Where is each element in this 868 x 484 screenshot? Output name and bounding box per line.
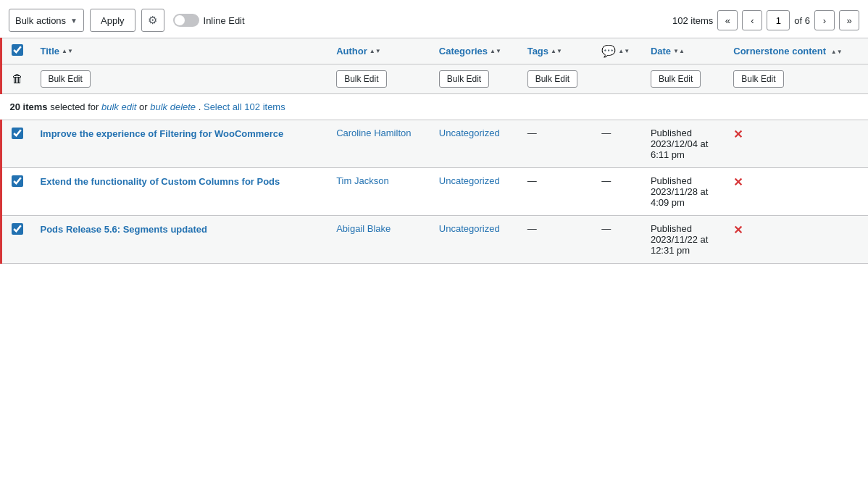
bulk-actions-dropdown[interactable]: Bulk actions ▼	[9, 9, 84, 32]
cornerstone-x-icon-1: ✕	[733, 128, 743, 141]
row-tags-1: —	[520, 120, 595, 168]
post-title-link-1[interactable]: Improve the experience of Filtering for …	[41, 128, 284, 139]
category-link-3[interactable]: Uncategorized	[439, 223, 500, 234]
header-checkbox-cell	[1, 38, 33, 64]
bulk-delete-link[interactable]: bulk delete	[150, 101, 196, 112]
title-sort-link[interactable]: Title ▲▼	[41, 46, 73, 57]
categories-sort-link[interactable]: Categories ▲▼	[439, 46, 501, 57]
row-tags-3: —	[520, 216, 595, 264]
gear-button[interactable]: ⚙	[141, 9, 164, 32]
cornerstone-x-icon-3: ✕	[733, 224, 743, 236]
category-link-1[interactable]: Uncategorized	[439, 128, 500, 138]
date-sort-link[interactable]: Date ▼▲	[651, 46, 685, 57]
bulk-edit-cornerstone-button[interactable]: Bulk Edit	[733, 70, 783, 88]
nav-last-button[interactable]: »	[839, 10, 859, 30]
or-text: or	[139, 101, 150, 112]
row-date-2: Published2023/11/28 at4:09 pm	[643, 168, 726, 216]
date-sort-icon: ▼▲	[673, 49, 685, 54]
col-header-title: Title ▲▼	[33, 38, 330, 64]
bulk-edit-comments-cell	[594, 64, 643, 94]
bulk-edit-categories-button[interactable]: Bulk Edit	[439, 70, 489, 88]
categories-sort-icon: ▲▼	[490, 49, 501, 54]
bulk-edit-tags-cell: Bulk Edit	[520, 64, 595, 94]
cornerstone-x-icon-2: ✕	[733, 176, 743, 188]
row-categories-1: Uncategorized	[432, 120, 520, 168]
category-link-2[interactable]: Uncategorized	[439, 175, 500, 186]
row-date-1: Published2023/12/04 at6:11 pm	[643, 120, 726, 168]
row-author-1: Caroline Hamilton	[329, 120, 432, 168]
author-link-2[interactable]: Tim Jackson	[336, 175, 388, 186]
row-author-2: Tim Jackson	[329, 168, 432, 216]
row-checkbox-2[interactable]	[12, 175, 23, 187]
delete-cell: 🗑	[1, 64, 33, 94]
inline-edit-label: Inline Edit	[204, 15, 245, 26]
nav-prev-button[interactable]: ‹	[742, 10, 762, 30]
col-header-date: Date ▼▲	[643, 38, 726, 64]
bulk-edit-tags-button[interactable]: Bulk Edit	[527, 70, 577, 88]
col-header-categories: Categories ▲▼	[432, 38, 520, 64]
col-header-author: Author ▲▼	[329, 38, 432, 64]
row-author-3: Abigail Blake	[329, 216, 432, 264]
apply-button[interactable]: Apply	[90, 9, 135, 32]
nav-first-button[interactable]: «	[717, 10, 738, 30]
bulk-edit-title-cell: Bulk Edit	[33, 64, 330, 94]
row-check-cell-1	[1, 120, 33, 168]
row-comments-2: —	[594, 168, 643, 216]
bulk-edit-date-cell: Bulk Edit	[643, 64, 726, 94]
selection-notice-cell: 20 items selected for bulk edit or bulk …	[1, 94, 869, 120]
bulk-edit-cornerstone-cell: Bulk Edit	[726, 64, 868, 94]
row-comments-3: —	[594, 216, 643, 264]
col-header-comments: 💬 ▲▼	[594, 38, 643, 64]
period-text: .	[199, 101, 204, 112]
pagination-area: 102 items « ‹ of 6 › »	[672, 10, 859, 30]
page-number-input[interactable]	[767, 10, 790, 30]
author-link-1[interactable]: Caroline Hamilton	[336, 128, 411, 138]
bulk-actions-label: Bulk actions	[15, 15, 66, 26]
items-count: 102 items	[672, 15, 713, 26]
comments-sort-link[interactable]: 💬 ▲▼	[601, 44, 630, 58]
selection-notice-row: 20 items selected for bulk edit or bulk …	[1, 94, 869, 120]
row-comments-1: —	[594, 120, 643, 168]
chevron-down-icon: ▼	[70, 17, 78, 25]
post-title-link-2[interactable]: Extend the functionality of Custom Colum…	[41, 176, 280, 187]
select-all-link[interactable]: Select all 102 items	[204, 101, 285, 112]
table-header-row: Title ▲▼ Author ▲▼ Categories ▲▼	[1, 38, 869, 64]
tags-sort-icon: ▲▼	[551, 49, 562, 54]
bulk-edit-author-cell: Bulk Edit	[329, 64, 432, 94]
author-sort-link[interactable]: Author ▲▼	[336, 46, 380, 57]
col-header-tags: Tags ▲▼	[520, 38, 595, 64]
trash-icon[interactable]: 🗑	[12, 72, 23, 85]
select-all-checkbox[interactable]	[12, 44, 23, 56]
selected-for-text: selected for	[50, 101, 101, 112]
gear-icon: ⚙	[148, 14, 157, 27]
bulk-edit-date-button[interactable]: Bulk Edit	[651, 70, 701, 88]
bulk-edit-author-button[interactable]: Bulk Edit	[336, 70, 386, 88]
table-row: Extend the functionality of Custom Colum…	[1, 168, 869, 216]
row-cornerstone-3: ✕	[726, 216, 868, 264]
row-checkbox-1[interactable]	[12, 128, 23, 139]
bulk-edit-title-button[interactable]: Bulk Edit	[41, 70, 91, 88]
row-categories-3: Uncategorized	[432, 216, 520, 264]
row-title-3: Pods Release 5.6: Segments updated	[33, 216, 330, 264]
row-cornerstone-1: ✕	[726, 120, 868, 168]
bulk-edit-link[interactable]: bulk edit	[101, 101, 136, 112]
selected-count: 20 items	[10, 101, 48, 112]
row-date-3: Published2023/11/22 at12:31 pm	[643, 216, 726, 264]
title-sort-icon: ▲▼	[62, 49, 73, 54]
post-title-link-3[interactable]: Pods Release 5.6: Segments updated	[41, 224, 207, 235]
author-link-3[interactable]: Abigail Blake	[336, 223, 391, 234]
row-title-1: Improve the experience of Filtering for …	[33, 120, 330, 168]
table-row: Improve the experience of Filtering for …	[1, 120, 869, 168]
row-title-2: Extend the functionality of Custom Colum…	[33, 168, 330, 216]
posts-table: Title ▲▼ Author ▲▼ Categories ▲▼	[0, 38, 868, 264]
nav-next-button[interactable]: ›	[814, 10, 835, 30]
row-check-cell-3	[1, 216, 33, 264]
inline-edit-toggle-area: Inline Edit	[173, 14, 245, 27]
bulk-edit-row: 🗑 Bulk Edit Bulk Edit Bulk Edit Bulk Edi…	[1, 64, 869, 94]
comments-sort-icon: ▲▼	[618, 49, 630, 54]
of-pages-label: of 6	[794, 15, 810, 26]
row-check-cell-2	[1, 168, 33, 216]
inline-edit-toggle[interactable]	[173, 14, 199, 27]
row-checkbox-3[interactable]	[12, 223, 23, 235]
tags-sort-link[interactable]: Tags ▲▼	[527, 46, 562, 57]
